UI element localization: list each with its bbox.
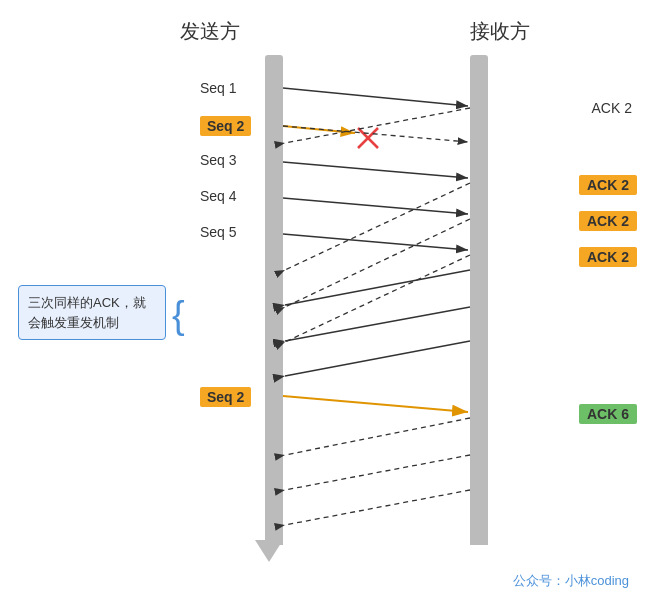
- svg-line-11: [285, 108, 470, 143]
- ack-6-box: ACK 6: [579, 404, 637, 424]
- svg-line-12: [285, 183, 470, 270]
- sender-timeline: [265, 55, 283, 545]
- svg-line-9: [283, 198, 468, 214]
- seq-2-box-bottom: Seq 2: [200, 387, 251, 407]
- svg-line-16: [285, 307, 470, 341]
- svg-line-10: [283, 234, 468, 250]
- diagram-container: { "header": { "sender_label": "发送方", "re…: [0, 0, 647, 602]
- seq-5-label: Seq 5: [200, 224, 237, 240]
- seq-1-label: Seq 1: [200, 80, 237, 96]
- seq-2-box-top: Seq 2: [200, 116, 251, 136]
- svg-line-6: [358, 128, 378, 148]
- ack-2-box-1: ACK 2: [579, 175, 637, 195]
- svg-line-8: [283, 162, 468, 178]
- svg-line-17: [285, 341, 470, 376]
- note-box: 三次同样的ACK，就会触发重发机制: [18, 285, 166, 340]
- ack-2-box-3: ACK 2: [579, 247, 637, 267]
- receiver-timeline: [470, 55, 488, 545]
- svg-line-7: [283, 126, 468, 142]
- svg-line-19: [285, 418, 470, 455]
- svg-line-13: [285, 219, 470, 307]
- svg-line-20: [285, 455, 470, 490]
- sender-timeline-arrow: [255, 540, 283, 562]
- seq-4-label: Seq 4: [200, 188, 237, 204]
- svg-line-4: [283, 126, 355, 133]
- brace-icon: {: [172, 296, 185, 334]
- svg-line-3: [283, 88, 468, 106]
- sender-header: 发送方: [180, 18, 240, 45]
- receiver-header: 接收方: [470, 18, 530, 45]
- seq-3-label: Seq 3: [200, 152, 237, 168]
- svg-line-14: [285, 255, 470, 342]
- ack-2-box-2: ACK 2: [579, 211, 637, 231]
- ack-2-plain: ACK 2: [592, 100, 632, 116]
- svg-line-5: [358, 128, 378, 148]
- svg-line-18: [283, 396, 468, 412]
- svg-line-21: [285, 490, 470, 525]
- footer-text: 公众号：小林coding: [513, 572, 629, 590]
- svg-line-15: [285, 270, 470, 305]
